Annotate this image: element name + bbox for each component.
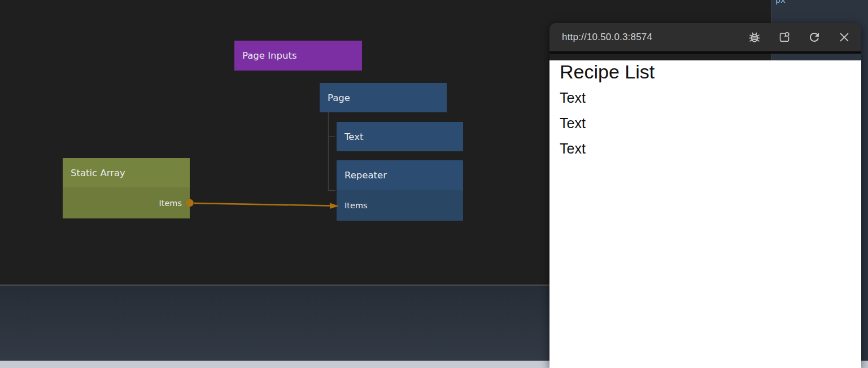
repeater-items-port-label: Items <box>344 201 368 210</box>
items-wire[interactable] <box>194 203 331 206</box>
browser-preview-toolbar: http://10.50.0.3:8574 <box>549 23 861 51</box>
px-unit-label: px <box>775 0 786 5</box>
text-item: Text <box>560 89 861 107</box>
browser-preview-panel: http://10.50.0.3:8574 <box>549 23 861 368</box>
preview-page-content: Recipe List Text Text Text <box>549 60 861 368</box>
toolbar-icons <box>748 30 851 44</box>
refresh-icon[interactable] <box>808 30 821 44</box>
node-page-inputs-label: Page Inputs <box>242 50 297 61</box>
node-text-label: Text <box>344 132 363 142</box>
node-static-array[interactable]: Static Array Items <box>63 158 190 218</box>
page-children-connector <box>329 112 336 191</box>
repeater-items-port[interactable]: Items <box>337 190 463 221</box>
node-repeater-label: Repeater <box>344 170 387 181</box>
inspect-page-icon[interactable] <box>778 30 791 44</box>
address-url-text[interactable]: http://10.50.0.3:8574 <box>562 32 748 43</box>
node-page-inputs[interactable]: Page Inputs <box>234 41 362 71</box>
text-item: Text <box>560 115 861 132</box>
static-array-items-port[interactable]: Items <box>63 187 190 218</box>
page-title: Recipe List <box>560 60 861 84</box>
close-icon[interactable] <box>838 30 851 44</box>
node-text[interactable]: Text <box>337 122 463 151</box>
debug-bug-icon[interactable] <box>748 30 761 44</box>
node-page-label: Page <box>328 93 350 103</box>
text-item: Text <box>560 140 861 157</box>
node-repeater[interactable]: Repeater Items <box>337 160 463 221</box>
node-static-array-label: Static Array <box>71 168 125 178</box>
toolbar-divider <box>549 51 861 54</box>
static-array-items-port-label: Items <box>159 199 182 208</box>
node-page[interactable]: Page <box>320 83 447 112</box>
